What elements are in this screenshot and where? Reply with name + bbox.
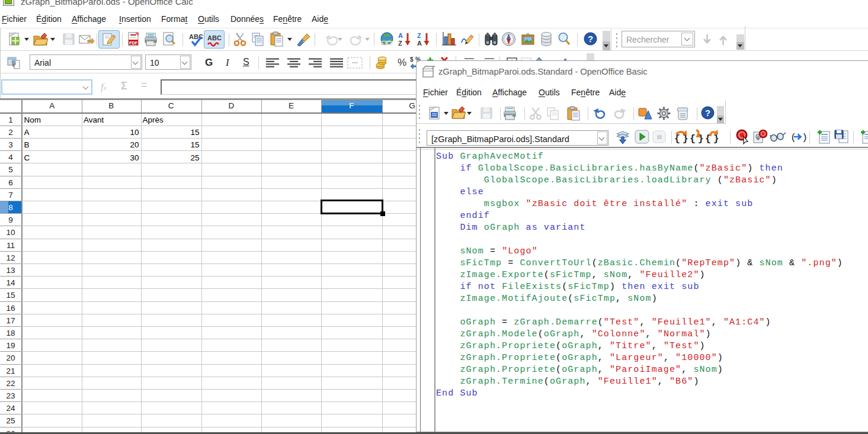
svg-text:): ) bbox=[802, 132, 808, 143]
svg-text:{ }: { } bbox=[705, 133, 719, 144]
svg-text:A: A bbox=[417, 40, 422, 47]
svg-text:{ }: { } bbox=[690, 133, 704, 144]
svg-text:?: ? bbox=[705, 108, 710, 118]
svg-text:$: $ bbox=[410, 56, 414, 63]
svg-text:?: ? bbox=[588, 34, 593, 44]
svg-text:A: A bbox=[398, 32, 403, 39]
svg-text:(: ( bbox=[790, 132, 796, 143]
svg-text:ABC: ABC bbox=[207, 34, 222, 41]
svg-text:PDF: PDF bbox=[129, 41, 138, 45]
svg-text:Z: Z bbox=[417, 32, 421, 39]
svg-text:Z: Z bbox=[398, 40, 402, 47]
